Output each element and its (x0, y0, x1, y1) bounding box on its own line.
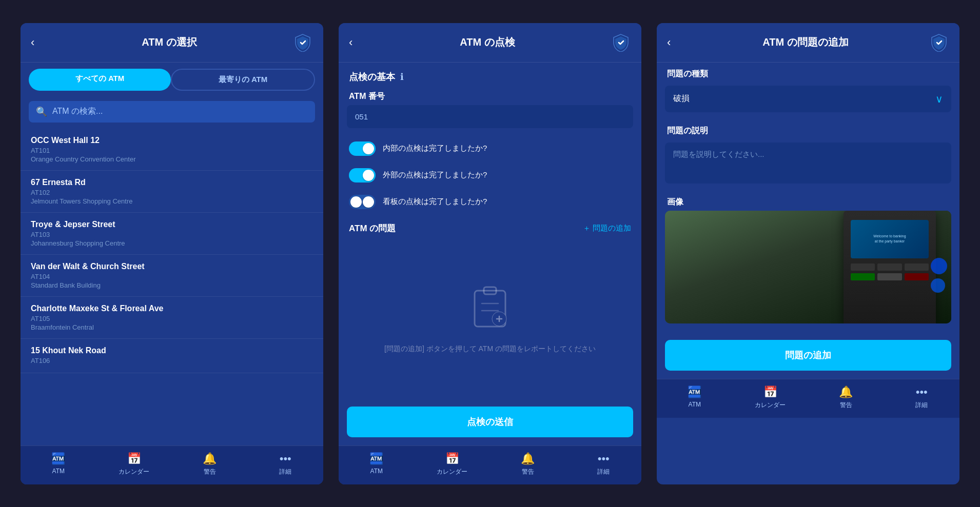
image-preview[interactable]: Welcome to bankingat the party banker (665, 211, 951, 323)
screen3-title: ATM の問題の追加 (682, 35, 929, 49)
atm-item-location: Johannesburg Shopping Centre (31, 239, 313, 247)
nav-more-label-s3: 詳細 (915, 401, 928, 410)
nav-alert-s1[interactable]: 🔔 警告 (172, 452, 248, 476)
nav-more-s1[interactable]: ••• 詳細 (248, 452, 324, 476)
bottom-nav-s1: 🏧 ATM 📅 カレンダー 🔔 警告 ••• 詳細 (21, 445, 323, 484)
atm-list-item[interactable]: Charlotte Maxeke St & Floreal Ave AT105 … (21, 297, 323, 339)
bottom-nav-s2: 🏧 ATM 📅 カレンダー 🔔 警告 ••• 詳細 (339, 445, 641, 484)
tab-nearest-atm[interactable]: 最寄りの ATM (171, 69, 315, 91)
toggle-exterior-label: 外部の点検は完了しましたか? (383, 170, 487, 180)
toggle-interior-switch[interactable] (349, 141, 376, 156)
atm-nav-icon-s3: 🏧 (688, 386, 701, 399)
bottom-nav-s3: 🏧 ATM 📅 カレンダー 🔔 警告 ••• 詳細 (657, 379, 959, 418)
info-icon[interactable]: ℹ (400, 71, 404, 83)
toggle-signage: 看板の点検は完了しましたか? (339, 189, 641, 215)
logo-shield-s3 (929, 32, 949, 53)
alert-nav-icon-s3: 🔔 (839, 386, 853, 399)
nav-more-s3[interactable]: ••• 詳細 (884, 386, 960, 410)
atm-item-name: Troye & Jepser Street (31, 220, 313, 229)
toggle-signage-label: 看板の点検は完了しましたか? (383, 197, 487, 207)
screen3-header: ‹ ATM の問題の追加 (657, 23, 959, 63)
nav-more-label: 詳細 (279, 468, 291, 476)
atm-list-item[interactable]: OCC West Hall 12 AT101 Orange Country Co… (21, 129, 323, 171)
logo-shield-s1 (292, 32, 313, 53)
atm-item-id: AT106 (31, 357, 313, 364)
alert-nav-icon: 🔔 (203, 452, 217, 465)
problems-header: ATM の問題 ＋ 問題の追加 (339, 215, 641, 239)
screen2-inspection: ‹ ATM の点検 点検の基本 ℹ ATM 番号 051 内部の点検は完了しまし… (339, 23, 641, 484)
add-problem-button[interactable]: ＋ 問題の追加 (583, 224, 631, 233)
issue-type-dropdown[interactable]: 破損 ∨ (665, 86, 951, 112)
atm-photo: Welcome to bankingat the party banker (665, 211, 951, 323)
nav-calendar-s1[interactable]: 📅 カレンダー (96, 452, 172, 476)
atm-number-value: 051 (347, 105, 633, 128)
atm-item-name: 15 Khout Nek Road (31, 346, 313, 355)
back-button-s1[interactable]: ‹ (31, 36, 46, 49)
nav-calendar-s3[interactable]: 📅 カレンダー (733, 386, 809, 410)
nav-calendar-label: カレンダー (119, 468, 149, 476)
logo-shield-s2 (611, 32, 631, 53)
search-bar[interactable]: 🔍 ATM の検索... (29, 101, 315, 123)
atm-list: OCC West Hall 12 AT101 Orange Country Co… (21, 127, 323, 445)
empty-state: [問題の追加] ボタンを押して ATM の問題をレポートしてください (339, 239, 641, 398)
submit-inspection-button[interactable]: 点検の送信 (347, 407, 633, 437)
inspection-basics-title: 点検の基本 (349, 71, 395, 83)
nav-alert-s3[interactable]: 🔔 警告 (808, 386, 884, 410)
issue-type-value: 破損 (673, 93, 690, 104)
atm-list-item[interactable]: Van der Walt & Church Street AT104 Stand… (21, 255, 323, 297)
more-nav-icon-s3: ••• (916, 386, 928, 399)
back-button-s2[interactable]: ‹ (349, 36, 364, 49)
atm-list-item[interactable]: Troye & Jepser Street AT103 Johannesburg… (21, 213, 323, 255)
toggle-signage-switch[interactable] (349, 195, 376, 209)
atm-item-location: Standard Bank Building (31, 281, 313, 289)
atm-item-name: Charlotte Maxeke St & Floreal Ave (31, 304, 313, 313)
screen2-title: ATM の点検 (364, 35, 611, 49)
atm-item-name: OCC West Hall 12 (31, 136, 313, 145)
issue-type-label: 問題の種類 (657, 63, 959, 83)
atm-item-id: AT101 (31, 147, 313, 154)
problems-title: ATM の問題 (349, 222, 396, 234)
nav-calendar-s2[interactable]: 📅 カレンダー (415, 452, 491, 476)
toggle-interior-label: 内部の点検は完了しましたか? (383, 144, 487, 153)
issue-desc-textarea[interactable]: 問題を説明してください... (665, 143, 951, 184)
image-label: 画像 (657, 191, 959, 211)
toggle-exterior-switch[interactable] (349, 168, 376, 182)
empty-clipboard-icon (469, 283, 511, 335)
calendar-nav-icon: 📅 (127, 452, 141, 465)
tab-all-atm[interactable]: すべての ATM (29, 69, 171, 91)
more-nav-icon: ••• (280, 452, 291, 465)
nav-alert-label-s2: 警告 (522, 468, 534, 476)
atm-list-item[interactable]: 15 Khout Nek Road AT106 (21, 339, 323, 373)
nav-alert-s2[interactable]: 🔔 警告 (490, 452, 566, 476)
atm-item-id: AT102 (31, 189, 313, 196)
atm-item-location: Braamfontein Central (31, 323, 313, 331)
chevron-down-icon: ∨ (935, 93, 943, 105)
nav-more-s2[interactable]: ••• 詳細 (566, 452, 642, 476)
add-problem-submit-button[interactable]: 問題の追加 (665, 340, 951, 371)
calendar-nav-icon-s3: 📅 (763, 386, 777, 399)
toggle-interior: 内部の点検は完了しましたか? (339, 135, 641, 162)
nav-atm-label: ATM (52, 468, 65, 475)
atm-item-name: 67 Ernesta Rd (31, 178, 313, 187)
atm-nav-icon: 🏧 (51, 452, 65, 465)
atm-nav-icon-s2: 🏧 (369, 452, 383, 465)
nav-atm-s2[interactable]: 🏧 ATM (339, 452, 415, 476)
nav-atm-s3[interactable]: 🏧 ATM (657, 386, 733, 410)
empty-state-text: [問題の追加] ボタンを押して ATM の問題をレポートしてください (384, 343, 596, 354)
screen3-add-problem: ‹ ATM の問題の追加 問題の種類 破損 ∨ 問題の説明 問題を説明してくださ… (657, 23, 959, 484)
atm-list-item[interactable]: 67 Ernesta Rd AT102 Jelmount Towers Shop… (21, 171, 323, 213)
atm-number-label: ATM 番号 (339, 85, 641, 105)
nav-atm-label-s3: ATM (689, 401, 701, 408)
more-nav-icon-s2: ••• (598, 452, 610, 465)
search-input[interactable]: ATM の検索... (52, 106, 103, 117)
atm-item-name: Van der Walt & Church Street (31, 262, 313, 271)
screen1-atm-selection: ‹ ATM の選択 すべての ATM 最寄りの ATM 🔍 ATM の検索...… (21, 23, 323, 484)
atm-item-location: Jelmount Towers Shopping Centre (31, 197, 313, 205)
nav-alert-label: 警告 (204, 468, 216, 476)
nav-atm-s1[interactable]: 🏧 ATM (21, 452, 96, 476)
search-icon: 🔍 (36, 106, 47, 117)
screen1-header: ‹ ATM の選択 (21, 23, 323, 63)
nav-calendar-label-s2: カレンダー (437, 468, 467, 476)
calendar-nav-icon-s2: 📅 (445, 452, 459, 465)
back-button-s3[interactable]: ‹ (667, 36, 682, 49)
